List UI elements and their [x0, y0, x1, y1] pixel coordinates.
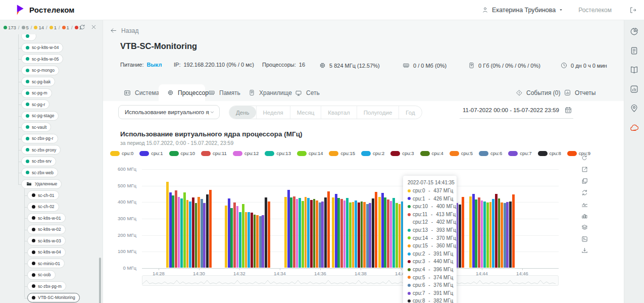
- tree-server-item[interactable]: sc-vault: [21, 122, 51, 132]
- legend-item[interactable]: cpu:2: [361, 150, 384, 156]
- logout-icon[interactable]: [629, 6, 637, 14]
- tree-folder-deleted[interactable]: Удаленные: [21, 179, 62, 189]
- sidebar-refresh-icon[interactable]: [79, 24, 86, 31]
- rostelecom-logo[interactable]: Ростелеком: [14, 4, 75, 16]
- line-chart-icon[interactable]: [581, 200, 588, 208]
- legend-item[interactable]: cpu:13: [265, 150, 291, 156]
- tree-server-item[interactable]: sc-p-mongo: [21, 66, 59, 75]
- legend-item[interactable]: cpu:6: [479, 150, 502, 156]
- pie-chart-icon[interactable]: [629, 27, 639, 36]
- legend-item[interactable]: cpu:0: [110, 150, 133, 156]
- sidebar-scrollbar[interactable]: [99, 258, 101, 303]
- tree-server-item[interactable]: VTB-SC-Monitoring: [27, 293, 80, 302]
- document-icon[interactable]: [629, 46, 639, 56]
- date-range-picker[interactable]: 11-07-2022 00:00 - 15-07-2022 23:59: [460, 106, 573, 119]
- legend-item[interactable]: cpu:14: [297, 150, 323, 156]
- restore-icon[interactable]: [581, 177, 588, 185]
- tab-сеть[interactable]: Сеть: [294, 84, 320, 101]
- chart-navigator[interactable]: [142, 275, 559, 286]
- chart-bar: [492, 199, 494, 268]
- chart-bar: [501, 203, 503, 268]
- legend-item[interactable]: cpu:7: [508, 150, 531, 156]
- chart-bar: [192, 197, 194, 268]
- bar-chart-icon[interactable]: [581, 212, 588, 220]
- chart-bar: [506, 202, 509, 268]
- server-status-dot: [32, 216, 35, 220]
- period-квартал[interactable]: Квартал: [321, 106, 356, 119]
- tree-server-item[interactable]: sc-pg-stage: [21, 111, 59, 121]
- legend-item[interactable]: cpu:8: [538, 150, 561, 156]
- legend-item[interactable]: cpu:11: [201, 150, 227, 156]
- period-день[interactable]: День: [229, 106, 256, 119]
- tooltip-separator: -: [427, 274, 431, 282]
- refresh-icon[interactable]: [581, 155, 588, 162]
- legend-item[interactable]: cpu:3: [390, 150, 414, 156]
- tree-server-item[interactable]: sc-zbx-pg-m: [27, 281, 66, 291]
- status-dot: [49, 26, 53, 29]
- tree-server-item[interactable]: sc-pg-r: [21, 99, 49, 109]
- tree-server-item[interactable]: sc-pg-bak: [21, 77, 55, 86]
- back-button[interactable]: Назад: [110, 27, 138, 34]
- location-icon[interactable]: [629, 104, 639, 113]
- tree-server-item[interactable]: sc-ch-02: [27, 202, 59, 212]
- save-image-icon[interactable]: [581, 235, 588, 243]
- reload-icon[interactable]: [581, 189, 588, 196]
- period-полугодие[interactable]: Полугодие: [357, 106, 399, 119]
- period-месяц[interactable]: Месяц: [290, 106, 321, 119]
- stat-value[interactable]: Выкл: [146, 62, 162, 68]
- server-status-dot: [26, 46, 29, 49]
- legend-item[interactable]: cpu:12: [233, 150, 259, 156]
- tree-server-item[interactable]: sc-ch-01: [27, 190, 59, 200]
- tree-server-item[interactable]: sc-k8s-w-01: [27, 213, 66, 223]
- legend-item[interactable]: cpu:10: [169, 150, 195, 156]
- bar-panel-icon[interactable]: [629, 84, 639, 94]
- user-menu[interactable]: Екатерина Трубинова: [481, 6, 563, 14]
- tooltip-series-dot: [408, 276, 411, 279]
- legend-item[interactable]: cpu:5: [450, 150, 473, 156]
- logo-text: Ростелеком: [29, 6, 75, 14]
- stat-item: 5 824 МГц (12.57%): [319, 62, 380, 69]
- x-tick-mark: [159, 268, 159, 270]
- chart-bar: [189, 201, 191, 268]
- tree-server-item[interactable]: sc-minio-01: [27, 259, 65, 268]
- network-icon: [294, 89, 303, 97]
- tooltip-series-name: cpu:11: [413, 211, 427, 219]
- tab-система[interactable]: Система: [123, 84, 159, 101]
- tab-процессор[interactable]: Процессор: [159, 84, 205, 101]
- sidebar-close-icon[interactable]: [90, 24, 97, 30]
- tab-память[interactable]: Память: [208, 84, 240, 101]
- events-button[interactable]: События (0): [516, 84, 561, 101]
- cloud-icon[interactable]: [629, 123, 639, 133]
- tree-server-item[interactable]: sc-zbx-proxy: [21, 145, 61, 155]
- tree-server-item[interactable]: sc-k8s-w-02: [27, 225, 66, 234]
- tree-server-item[interactable]: sc-zbx-pg-r: [21, 134, 58, 143]
- tab-хранилище[interactable]: Хранилище: [248, 84, 292, 101]
- stack-icon[interactable]: [581, 224, 588, 231]
- legend-item[interactable]: cpu:4: [420, 150, 443, 156]
- tree-server-item[interactable]: sc-oob: [27, 270, 56, 280]
- server-label: sc-p-k8s-w-04: [32, 45, 59, 50]
- tree-server-item[interactable]: sc-k8s-w-03: [27, 236, 66, 245]
- tooltip-separator: -: [427, 258, 431, 266]
- tree-server-item[interactable]: sc-p-k8s-w-04: [21, 43, 63, 53]
- period-неделя[interactable]: Неделя: [256, 106, 290, 119]
- chart-bar: [166, 182, 169, 268]
- gridline: [142, 169, 559, 170]
- tree-server-item[interactable]: sc-p-k8s-w-05: [21, 54, 63, 64]
- period-год[interactable]: Год: [399, 106, 421, 119]
- cpu-icon: [167, 89, 174, 96]
- tooltip-row: cpu:8 - 382 МГц: [408, 297, 452, 303]
- metric-select[interactable]: Использование виртуального ядра про: [118, 105, 220, 119]
- download-icon[interactable]: [581, 247, 588, 255]
- tree-server-item[interactable]: sc-k8s-w-04: [27, 247, 66, 257]
- tree-server-item[interactable]: sc-zbx-srv: [21, 157, 56, 166]
- book-icon[interactable]: [629, 65, 639, 75]
- tree-server-item[interactable]: sc-zbx-web: [21, 168, 58, 177]
- zoom-box-icon[interactable]: [581, 166, 588, 173]
- legend-item[interactable]: cpu:15: [329, 150, 355, 156]
- status-dot: [75, 26, 78, 29]
- legend-item[interactable]: cpu:1: [139, 150, 163, 156]
- tree-server-item[interactable]: sc-pg-m: [21, 88, 52, 98]
- tree-server-item[interactable]: [21, 34, 36, 41]
- reports-button[interactable]: Отчеты: [564, 84, 596, 101]
